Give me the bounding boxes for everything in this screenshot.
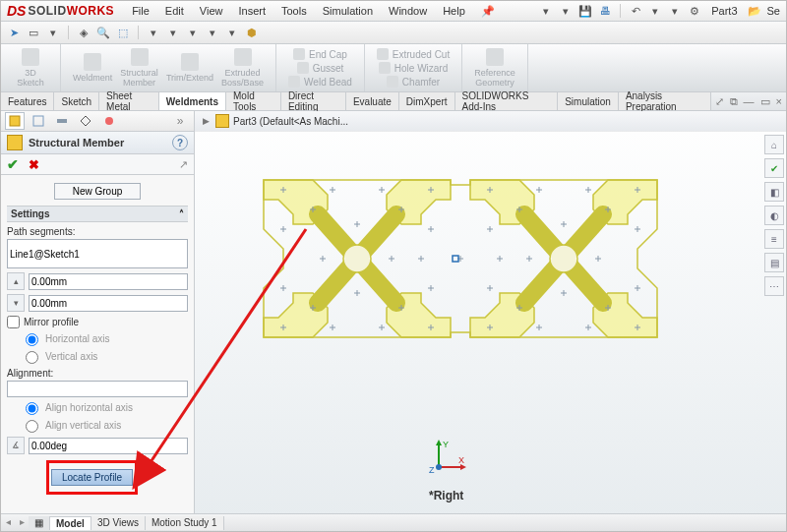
menu-tools[interactable]: Tools xyxy=(273,3,315,20)
tab-evaluate[interactable]: Evaluate xyxy=(346,92,399,110)
qa-zoom-icon[interactable]: 🔍 xyxy=(96,26,110,39)
view-more-icon[interactable]: ⋯ xyxy=(764,276,784,296)
mirror-profile-checkbox[interactable] xyxy=(7,316,20,328)
path-segments-input[interactable] xyxy=(7,239,188,268)
new-doc-icon[interactable]: ▾ xyxy=(539,4,553,18)
view-settings-icon[interactable]: ◧ xyxy=(764,182,784,202)
pin-icon[interactable]: 📌 xyxy=(473,3,503,20)
breadcrumb-arrow-icon[interactable]: ▶ xyxy=(203,116,210,126)
ribbon-weldment[interactable]: Weldment xyxy=(69,51,116,85)
menu-bar: DS SOLIDWORKS File Edit View Insert Tool… xyxy=(1,1,786,22)
tab-addins[interactable]: SOLIDWORKS Add-Ins xyxy=(455,92,559,110)
tab-analysis-preparation[interactable]: Analysis Preparation xyxy=(619,92,711,110)
bottom-tab-motion-study[interactable]: Motion Study 1 xyxy=(146,516,224,530)
tab-mold-tools[interactable]: Mold Tools xyxy=(226,92,281,110)
gear-icon[interactable]: ⚙ xyxy=(688,4,701,18)
ribbon-reference-geometry[interactable]: Reference Geometry xyxy=(470,46,519,89)
ok-button[interactable]: ✔ xyxy=(7,156,19,172)
qa-scene-icon[interactable]: ▾ xyxy=(225,26,239,39)
bottom-tab-icon[interactable]: ▦ xyxy=(29,516,50,530)
tab-sketch[interactable]: Sketch xyxy=(54,92,99,110)
restore-icon[interactable]: ▭ xyxy=(760,95,770,108)
save-icon[interactable]: 💾 xyxy=(578,4,592,18)
ribbon-3d-sketch[interactable]: 3D Sketch xyxy=(9,46,52,89)
view-layers-icon[interactable]: ≡ xyxy=(764,229,784,249)
ribbon-trim-extend[interactable]: Trim/Extend xyxy=(162,51,217,85)
offset2-input[interactable] xyxy=(29,295,188,312)
qa-view-icon[interactable]: ◈ xyxy=(77,26,91,39)
print-icon[interactable]: 🖶 xyxy=(598,4,612,18)
menu-view[interactable]: View xyxy=(192,3,231,20)
help-icon[interactable]: ? xyxy=(172,135,188,150)
close-icon[interactable]: × xyxy=(776,95,782,107)
qa-display-icon[interactable]: ▾ xyxy=(147,26,160,39)
view-triad[interactable]: Y X Z xyxy=(429,438,468,477)
qa-hide-icon[interactable]: ▾ xyxy=(186,26,200,39)
tab-property-manager[interactable] xyxy=(29,112,48,130)
view-appearance-icon[interactable]: ◐ xyxy=(764,206,784,225)
ribbon-chamfer[interactable]: Chamfer xyxy=(373,75,454,89)
view-filter-icon[interactable]: ▤ xyxy=(764,253,784,272)
minimize-icon[interactable]: — xyxy=(744,95,755,107)
tab-scroll-left[interactable]: ◂ xyxy=(1,516,15,530)
graphics-area[interactable]: ▶ Part3 (Default<As Machi... ⌂ ✔ ◧ ◐ ≡ ▤… xyxy=(195,111,786,520)
expand-icon[interactable]: ⤢ xyxy=(715,95,724,108)
options-icon[interactable]: ▾ xyxy=(668,4,682,18)
undo-icon[interactable]: ↶ xyxy=(629,4,642,18)
tab-weldments[interactable]: Weldments xyxy=(159,92,226,110)
open-doc-icon[interactable]: ▾ xyxy=(559,4,573,18)
tab-display-manager[interactable] xyxy=(99,112,119,130)
ribbon-end-cap[interactable]: End Cap xyxy=(284,47,356,61)
qa-cube-icon[interactable]: ⬚ xyxy=(116,26,130,39)
tab-panel-overflow[interactable]: » xyxy=(170,112,190,130)
ribbon-structural-member[interactable]: Structural Member xyxy=(116,46,162,89)
menu-simulation[interactable]: Simulation xyxy=(315,3,381,20)
ribbon-extruded-boss[interactable]: Extruded Boss/Base xyxy=(217,46,268,89)
weldbead-icon xyxy=(288,76,300,88)
qa-section-icon[interactable]: ▾ xyxy=(166,26,180,39)
offset1-input[interactable] xyxy=(29,273,188,290)
pushpin-icon[interactable]: ↗ xyxy=(179,158,188,171)
redo-icon[interactable]: ▾ xyxy=(648,4,662,18)
mirror-vertical-radio[interactable] xyxy=(26,351,38,364)
ribbon-hole-wizard[interactable]: Hole Wizard xyxy=(373,61,454,75)
qa-filter-icon[interactable]: ▾ xyxy=(46,26,60,39)
tab-configuration[interactable] xyxy=(52,112,72,130)
breadcrumb-text[interactable]: Part3 (Default<As Machi... xyxy=(233,116,348,127)
ribbon-gusset[interactable]: Gusset xyxy=(284,61,356,75)
alignment-input[interactable] xyxy=(7,381,188,397)
menu-edit[interactable]: Edit xyxy=(157,3,192,20)
bottom-tab-3d-views[interactable]: 3D Views xyxy=(91,516,146,530)
qa-render-icon[interactable]: ⬢ xyxy=(245,26,259,39)
ribbon-extruded-cut[interactable]: Extruded Cut xyxy=(373,47,454,61)
menu-insert[interactable]: Insert xyxy=(230,3,273,20)
view-check-icon[interactable]: ✔ xyxy=(764,158,784,178)
menu-file[interactable]: File xyxy=(124,3,157,20)
menu-window[interactable]: Window xyxy=(381,3,435,20)
new-group-button[interactable]: New Group xyxy=(54,183,142,200)
tab-direct-editing[interactable]: Direct Editing xyxy=(281,92,346,110)
tab-features[interactable]: Features xyxy=(1,92,54,110)
qa-select-icon[interactable]: ▭ xyxy=(27,26,40,39)
tab-dimxpert-manager[interactable] xyxy=(76,112,95,130)
tab-scroll-right[interactable]: ▸ xyxy=(15,516,29,530)
folder-icon[interactable]: 📂 xyxy=(748,4,761,18)
align-vertical-radio[interactable] xyxy=(26,420,38,433)
home-view-icon[interactable]: ⌂ xyxy=(764,135,784,154)
qa-appearance-icon[interactable]: ▾ xyxy=(206,26,219,39)
mirror-horizontal-radio[interactable] xyxy=(26,333,38,346)
align-horizontal-radio[interactable] xyxy=(26,402,38,415)
menu-help[interactable]: Help xyxy=(435,3,473,20)
tab-sheet-metal[interactable]: Sheet Metal xyxy=(99,92,159,110)
settings-header[interactable]: Settings ˄ xyxy=(7,206,188,222)
cancel-button[interactable]: ✖ xyxy=(29,157,39,172)
bottom-tab-model[interactable]: Model xyxy=(50,516,91,530)
tab-dimxpert[interactable]: DimXpert xyxy=(399,92,455,110)
angle-input[interactable] xyxy=(29,438,188,454)
tab-simulation[interactable]: Simulation xyxy=(558,92,619,110)
locate-profile-button[interactable]: Locate Profile xyxy=(51,469,133,486)
tab-feature-tree[interactable] xyxy=(5,112,25,130)
ribbon-weld-bead[interactable]: Weld Bead xyxy=(284,75,356,89)
qa-arrow-icon[interactable]: ➤ xyxy=(7,26,21,39)
split-icon[interactable]: ⧉ xyxy=(730,95,738,108)
